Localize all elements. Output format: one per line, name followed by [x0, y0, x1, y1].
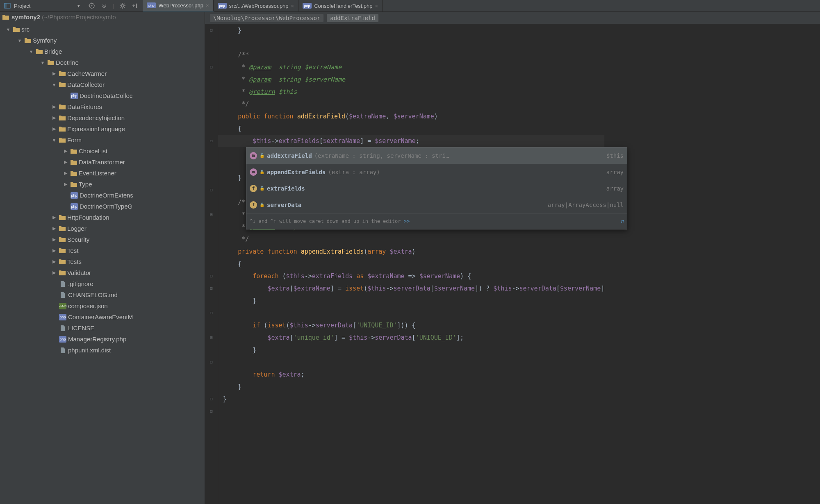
tree-arrow-icon[interactable]	[51, 138, 57, 143]
tree-item[interactable]: .gitignore	[0, 278, 205, 289]
breadcrumb-namespace[interactable]: \Monolog\Processor\WebProcessor	[210, 14, 323, 22]
tab-src-webprocessor[interactable]: php src/.../WebProcessor.php ×	[214, 0, 299, 11]
completion-item[interactable]: f🔒extraFieldsarray	[246, 180, 627, 197]
tree-item[interactable]: phpDoctrineOrmTypeG	[0, 201, 205, 212]
tree-item-label: src	[21, 26, 30, 33]
folder-icon	[59, 71, 66, 76]
tree-item[interactable]: phpunit.xml.dist	[0, 345, 205, 356]
tree-arrow-icon[interactable]	[51, 82, 57, 87]
tree-arrow-icon[interactable]	[5, 27, 11, 32]
method-icon: m	[250, 168, 257, 176]
folder-icon	[59, 259, 66, 264]
tree-arrow-icon[interactable]	[51, 248, 57, 253]
tree-item-label: DataFixtures	[67, 103, 102, 110]
project-tool-window-dropdown[interactable]: Project ▾	[0, 0, 84, 11]
completion-item[interactable]: m🔓addExtraField(extraName : string, serv…	[246, 148, 627, 164]
breadcrumb-method[interactable]: addExtraField	[327, 14, 378, 22]
pi-icon[interactable]: π	[621, 215, 624, 227]
close-icon[interactable]: ×	[375, 3, 378, 9]
folder-icon	[59, 248, 66, 253]
code-editor[interactable]: ⊟ ⊟ ⊟ ⊟ ⊟ ⊟⊟⊟ ⊟⊟ ⊟⊟ } /** * @param strin…	[205, 24, 820, 504]
tree-item[interactable]: Form	[0, 134, 205, 145]
completion-item[interactable]: m🔒appendExtraFields(extra : array)array	[246, 164, 627, 180]
folder-icon	[71, 148, 77, 154]
completion-hint-link[interactable]: >>	[404, 218, 410, 224]
tree-arrow-icon[interactable]	[62, 182, 69, 187]
folder-icon	[59, 270, 66, 275]
tree-item[interactable]: Security	[0, 234, 205, 245]
php-file-icon: php	[59, 314, 66, 320]
tree-item-label: composer.json	[68, 302, 108, 309]
tree-item-label: EventListener	[79, 170, 116, 177]
tree-item[interactable]: Bridge	[0, 46, 205, 57]
collapse-all-icon[interactable]	[100, 2, 108, 9]
tree-item-label: .gitignore	[68, 280, 93, 287]
tree-item[interactable]: JSONcomposer.json	[0, 300, 205, 311]
tree-item-label: ExpressionLanguage	[67, 125, 125, 132]
tree-arrow-icon[interactable]	[39, 60, 46, 65]
tree-item[interactable]: DataCollector	[0, 79, 205, 90]
tree-item[interactable]: src	[0, 24, 205, 35]
tree-arrow-icon[interactable]	[62, 148, 69, 154]
tree-item[interactable]: HttpFoundation	[0, 212, 205, 223]
tree-arrow-icon[interactable]	[51, 259, 57, 264]
tree-item[interactable]: CHANGELOG.md	[0, 289, 205, 300]
completion-name: extraFields	[267, 182, 305, 195]
tree-arrow-icon[interactable]	[62, 170, 69, 176]
project-tree: srcSymfonyBridgeDoctrineCacheWarmerDataC…	[0, 22, 205, 356]
tree-item[interactable]: ChoiceList	[0, 145, 205, 157]
tree-item[interactable]: phpDoctrineDataCollec	[0, 90, 205, 101]
tree-arrow-icon[interactable]	[51, 215, 57, 220]
tab-consolehandlertest[interactable]: php ConsoleHandlerTest.php ×	[298, 0, 383, 11]
scroll-from-source-icon[interactable]	[88, 2, 96, 9]
tree-item[interactable]: Tests	[0, 256, 205, 267]
tree-arrow-icon[interactable]	[51, 126, 57, 132]
tree-item[interactable]: DependencyInjection	[0, 112, 205, 123]
tree-item[interactable]: Symfony	[0, 35, 205, 46]
tree-arrow-icon[interactable]	[51, 115, 57, 120]
php-file-icon: php	[303, 3, 312, 9]
tree-item-label: DoctrineDataCollec	[80, 92, 132, 99]
folder-icon	[71, 159, 77, 165]
tree-arrow-icon[interactable]	[16, 38, 23, 43]
code-content: } /** * @param string $extraName * @para…	[218, 24, 604, 504]
tree-item[interactable]: EventListener	[0, 168, 205, 179]
tree-item[interactable]: Type	[0, 179, 205, 190]
tree-arrow-icon[interactable]	[51, 71, 57, 76]
gear-icon[interactable]	[119, 2, 126, 9]
tree-item[interactable]: DataTransformer	[0, 157, 205, 168]
tab-webprocessor[interactable]: php WebProcessor.php ×	[143, 0, 213, 11]
tree-item[interactable]: Logger	[0, 223, 205, 234]
tree-item[interactable]: phpDoctrineOrmExtens	[0, 190, 205, 201]
tree-item[interactable]: phpContainerAwareEventM	[0, 311, 205, 322]
tree-item-label: DataTransformer	[79, 159, 125, 166]
tree-item-label: Form	[67, 136, 82, 143]
close-icon[interactable]: ×	[291, 3, 294, 9]
tree-item[interactable]: DataFixtures	[0, 101, 205, 112]
tree-item[interactable]: ExpressionLanguage	[0, 123, 205, 134]
tree-item[interactable]: LICENSE	[0, 322, 205, 334]
close-icon[interactable]: ×	[206, 2, 209, 9]
tree-item[interactable]: Validator	[0, 267, 205, 278]
php-file-icon: php	[218, 3, 227, 9]
hide-icon[interactable]	[131, 2, 139, 9]
tree-item[interactable]: phpManagerRegistry.php	[0, 334, 205, 345]
project-root[interactable]: symfony2 (~/PhpstormProjects/symfo	[0, 12, 205, 22]
chevron-down-icon: ▾	[77, 3, 80, 9]
project-name: symfony2	[11, 14, 40, 20]
tree-arrow-icon[interactable]	[51, 226, 57, 231]
tree-item[interactable]: Doctrine	[0, 57, 205, 68]
tree-item[interactable]: Test	[0, 245, 205, 256]
tree-arrow-icon[interactable]	[51, 237, 57, 242]
private-icon: 🔒	[260, 166, 264, 178]
tree-arrow-icon[interactable]	[51, 270, 57, 275]
tree-arrow-icon[interactable]	[51, 104, 57, 109]
tab-label: src/.../WebProcessor.php	[229, 3, 289, 9]
completion-item[interactable]: f🔒serverDataarray|ArrayAccess|null	[246, 197, 627, 213]
tree-arrow-icon[interactable]	[62, 159, 69, 165]
tree-item-label: CHANGELOG.md	[68, 291, 118, 298]
tree-item[interactable]: CacheWarmer	[0, 68, 205, 79]
tree-item-label: Symfony	[33, 37, 57, 44]
tree-arrow-icon[interactable]	[28, 49, 34, 54]
php-file-icon: php	[147, 2, 156, 8]
